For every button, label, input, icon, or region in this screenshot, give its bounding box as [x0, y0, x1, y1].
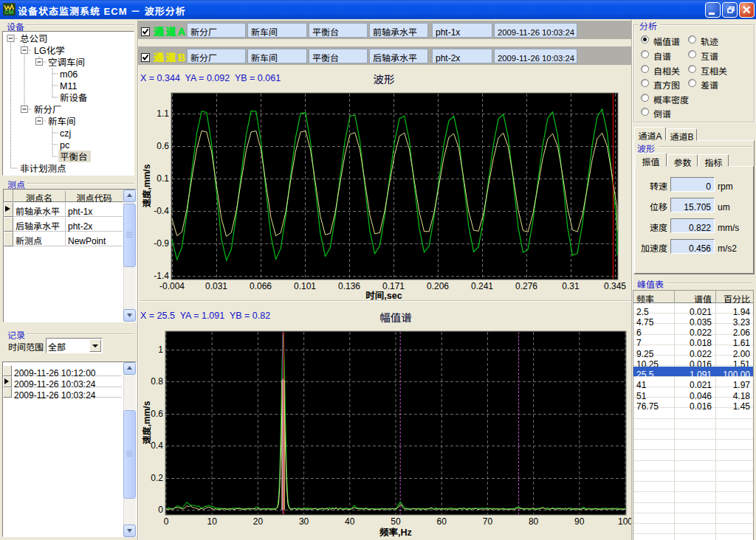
svg-text:CM: CM	[4, 9, 14, 15]
svg-text:0.171: 0.171	[382, 281, 405, 291]
svg-text:0: 0	[164, 516, 169, 527]
svg-text:-0.4: -0.4	[154, 206, 169, 216]
svg-text:0.6: 0.6	[157, 141, 169, 151]
svg-text:X = 25.5 YA = 1.091 YB = 0.8: X = 25.5 YA = 1.091 YB = 0.82	[140, 311, 270, 321]
svg-text:90: 90	[574, 516, 585, 527]
svg-text:1.1: 1.1	[157, 108, 169, 119]
svg-text:0.241: 0.241	[471, 281, 493, 291]
svg-text:0.31: 0.31	[562, 281, 580, 291]
svg-text:50: 50	[391, 516, 401, 527]
svg-text:0: 0	[158, 505, 163, 515]
svg-text:0.345: 0.345	[604, 281, 626, 291]
svg-text:0.8: 0.8	[151, 376, 163, 387]
svg-text:-0.9: -0.9	[154, 238, 169, 249]
svg-text:-0.004: -0.004	[159, 281, 185, 291]
svg-text:70: 70	[483, 516, 493, 527]
svg-text:0.2: 0.2	[151, 473, 163, 483]
svg-text:时间,sec: 时间,sec	[365, 291, 402, 301]
svg-text:30: 30	[299, 516, 309, 527]
svg-text:80: 80	[529, 516, 539, 527]
svg-text:0.6: 0.6	[151, 409, 163, 419]
svg-text:0.066: 0.066	[250, 281, 272, 291]
svg-text:非计划测点: 非计划测点	[20, 161, 66, 175]
svg-text:10: 10	[207, 516, 218, 527]
svg-text:0.101: 0.101	[294, 281, 316, 291]
svg-text:波形: 波形	[374, 74, 395, 86]
svg-text:0.1: 0.1	[157, 173, 169, 184]
svg-text:速度,mm/s: 速度,mm/s	[142, 401, 152, 444]
svg-text:0.206: 0.206	[427, 281, 449, 291]
svg-text:速度,mm/s: 速度,mm/s	[142, 164, 152, 207]
svg-text:0.136: 0.136	[338, 281, 360, 291]
svg-text:0.276: 0.276	[515, 281, 537, 291]
svg-text:100: 100	[618, 516, 631, 527]
svg-text:0.4: 0.4	[151, 440, 163, 451]
svg-text:频率,Hz: 频率,Hz	[379, 527, 412, 538]
svg-text:40: 40	[345, 516, 355, 527]
svg-text:20: 20	[253, 516, 264, 527]
svg-text:幅值谱: 幅值谱	[379, 312, 412, 324]
svg-text:X = 0.344 YA = 0.092 YB = 0.: X = 0.344 YA = 0.092 YB = 0.061	[140, 73, 281, 83]
svg-text:新设备: 新设备	[60, 90, 88, 104]
svg-text:-1.4: -1.4	[154, 271, 169, 281]
svg-text:60: 60	[437, 516, 447, 527]
svg-text:0.031: 0.031	[205, 281, 227, 291]
svg-text:1: 1	[158, 345, 163, 355]
